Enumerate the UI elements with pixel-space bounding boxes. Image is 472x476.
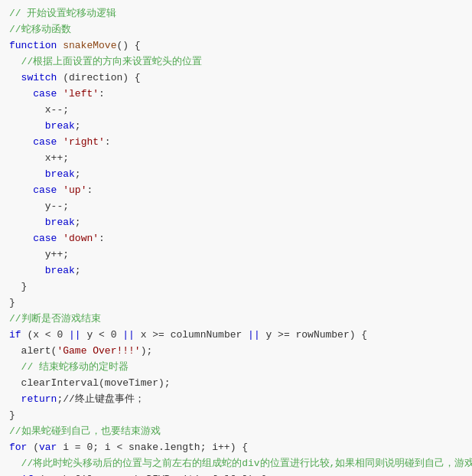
code-token: : bbox=[99, 86, 105, 103]
code-token bbox=[57, 135, 63, 151]
code-token: } bbox=[9, 408, 15, 424]
code-token: break bbox=[45, 263, 75, 279]
code-token bbox=[9, 135, 33, 151]
code-line: y--; bbox=[0, 199, 472, 215]
code-token: // 结束蛇移动的定时器 bbox=[21, 360, 129, 376]
code-token: x++; bbox=[9, 151, 69, 167]
code-token: (x < 0 bbox=[21, 328, 69, 344]
code-token: || bbox=[248, 328, 260, 344]
code-token: var bbox=[39, 440, 57, 456]
code-token bbox=[9, 360, 21, 376]
code-token: } bbox=[9, 279, 27, 295]
code-token: y >= rowNumber) { bbox=[260, 328, 367, 344]
code-token bbox=[9, 183, 33, 199]
code-line: break; bbox=[0, 215, 472, 231]
code-token: if bbox=[9, 328, 21, 344]
code-token: 'down' bbox=[63, 231, 99, 247]
code-token: //蛇移动函数 bbox=[9, 22, 71, 38]
code-token: switch bbox=[21, 70, 57, 86]
code-line: switch (direction) { bbox=[0, 70, 472, 86]
code-line: // 结束蛇移动的定时器 bbox=[0, 360, 472, 376]
code-token: y--; bbox=[9, 199, 69, 215]
code-line: clearInterval(moveTimer); bbox=[0, 376, 472, 392]
code-line: //判断是否游戏结束 bbox=[0, 311, 472, 328]
code-line: } bbox=[0, 295, 472, 311]
code-token: 'left' bbox=[63, 86, 99, 103]
code-line: case 'left': bbox=[0, 86, 472, 103]
code-token bbox=[57, 86, 63, 103]
code-line: //如果蛇碰到自己，也要结束游戏 bbox=[0, 424, 472, 440]
code-token: || bbox=[122, 328, 135, 344]
code-line: case 'up': bbox=[0, 183, 472, 199]
code-token bbox=[9, 472, 21, 476]
code-token: x--; bbox=[9, 103, 69, 119]
code-line: x++; bbox=[0, 151, 472, 167]
code-token: ;//终止键盘事件； bbox=[57, 392, 144, 408]
code-token: ; bbox=[75, 167, 81, 183]
code-line: case 'down': bbox=[0, 231, 472, 247]
code-token: : bbox=[99, 231, 105, 247]
code-token: 'Game Over!!!' bbox=[57, 344, 140, 360]
code-token: break bbox=[45, 215, 75, 231]
code-line: //根据上面设置的方向来设置蛇头的位置 bbox=[0, 54, 472, 70]
code-token: } bbox=[9, 295, 15, 311]
code-token: case bbox=[33, 86, 57, 103]
code-token bbox=[9, 263, 45, 279]
code-line: alert('Game Over!!!'); bbox=[0, 344, 472, 360]
code-token: y < 0 bbox=[81, 328, 123, 344]
code-line: } bbox=[0, 408, 472, 424]
code-editor: // 开始设置蛇移动逻辑//蛇移动函数function snakeMove() … bbox=[0, 0, 472, 476]
code-token: (direction) { bbox=[57, 70, 140, 86]
code-token bbox=[9, 392, 21, 408]
code-line: //将此时蛇头移动后的位置与之前左右的组成蛇的div的位置进行比较,如果相同则说… bbox=[0, 456, 472, 472]
code-token: ; bbox=[75, 263, 81, 279]
code-token bbox=[9, 167, 45, 183]
code-line: break; bbox=[0, 119, 472, 135]
code-token: ); bbox=[141, 344, 153, 360]
code-token bbox=[9, 119, 45, 135]
code-token: 'right' bbox=[63, 135, 105, 151]
code-line: //蛇移动函数 bbox=[0, 22, 472, 38]
code-token: //将此时蛇头移动后的位置与之前左右的组成蛇的div的位置进行比较,如果相同则说… bbox=[9, 456, 472, 472]
code-token: break bbox=[45, 119, 75, 135]
code-token: if bbox=[21, 472, 34, 476]
code-token: 'up' bbox=[63, 183, 86, 199]
code-line: case 'right': bbox=[0, 135, 472, 151]
code-token: clearInterval(moveTimer); bbox=[9, 376, 171, 392]
code-token: ; bbox=[75, 119, 81, 135]
code-token: break bbox=[45, 167, 75, 183]
code-line: if (x < 0 || y < 0 || x >= columnNumber … bbox=[0, 328, 472, 344]
code-token bbox=[9, 70, 21, 86]
code-line: // 开始设置蛇移动逻辑 bbox=[0, 6, 472, 22]
code-token: : bbox=[86, 183, 93, 199]
code-token: () { bbox=[116, 38, 140, 54]
code-token bbox=[9, 86, 33, 103]
code-token: (snake[i] == snakeDIVPosition[y][x]) { bbox=[33, 472, 265, 476]
code-token bbox=[9, 231, 33, 247]
code-line: for (var i = 0; i < snake.length; i++) { bbox=[0, 440, 472, 456]
code-token: ; bbox=[75, 215, 81, 231]
code-token: function bbox=[9, 38, 63, 54]
code-line: break; bbox=[0, 167, 472, 183]
code-token: case bbox=[33, 183, 57, 199]
code-line: y++; bbox=[0, 247, 472, 263]
code-line: function snakeMove() { bbox=[0, 38, 472, 54]
code-line: } bbox=[0, 279, 472, 295]
code-line: x--; bbox=[0, 103, 472, 119]
code-token: alert( bbox=[9, 344, 57, 360]
code-token bbox=[57, 231, 63, 247]
code-token: x >= columnNumber bbox=[135, 328, 248, 344]
code-token: i = 0; i < snake.length; i++) { bbox=[57, 440, 248, 456]
code-token: y++; bbox=[9, 247, 69, 263]
code-token: : bbox=[105, 135, 111, 151]
code-token: //判断是否游戏结束 bbox=[9, 311, 101, 328]
code-line: return;//终止键盘事件； bbox=[0, 392, 472, 408]
code-token: case bbox=[33, 135, 57, 151]
code-token: snakeMove bbox=[63, 38, 116, 54]
code-token: ( bbox=[27, 440, 39, 456]
code-token: return bbox=[21, 392, 57, 408]
code-line: if (snake[i] == snakeDIVPosition[y][x]) … bbox=[0, 472, 472, 476]
code-token: //如果蛇碰到自己，也要结束游戏 bbox=[9, 424, 161, 440]
code-token: || bbox=[69, 328, 81, 344]
code-line: break; bbox=[0, 263, 472, 279]
